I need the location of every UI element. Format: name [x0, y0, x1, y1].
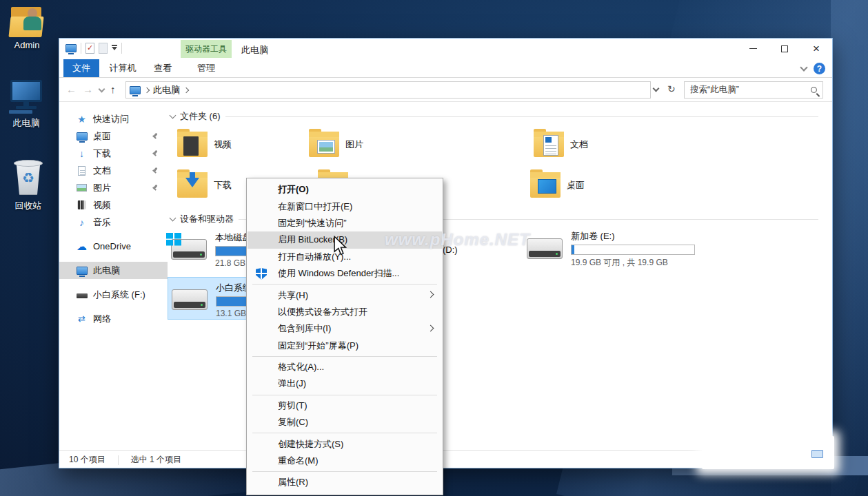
sidebar-item-network[interactable]: 网络: [59, 310, 168, 327]
back-button[interactable]: [66, 84, 77, 94]
sidebar-item-videos[interactable]: 视频: [59, 196, 168, 214]
close-button[interactable]: [800, 39, 832, 59]
sidebar-item-quick-access[interactable]: 快速访问: [59, 110, 168, 127]
minimize-button[interactable]: [737, 39, 769, 59]
sidebar-item-pictures[interactable]: 图片: [59, 179, 168, 196]
this-pc-icon[interactable]: [65, 44, 77, 52]
group-title: 文件夹 (6): [180, 110, 221, 123]
tab-computer[interactable]: 计算机: [102, 59, 143, 77]
new-folder-shortcut-icon[interactable]: [99, 43, 108, 54]
wallpaper-beam: [831, 0, 868, 496]
menu-item-cut[interactable]: 剪切(T): [248, 397, 442, 414]
recent-locations-chevron-icon[interactable]: [99, 86, 105, 93]
sidebar-item-drive-f[interactable]: 小白系统 (F:): [59, 286, 168, 303]
menu-item-label: 包含到库中(I): [278, 322, 331, 335]
help-icon[interactable]: [814, 63, 825, 74]
expand-ribbon-chevron-icon[interactable]: [800, 63, 807, 71]
desktop-icon-label: 回收站: [15, 200, 42, 212]
properties-shortcut-icon[interactable]: [85, 43, 94, 54]
folder-label: 文档: [570, 138, 588, 151]
menu-item-copy[interactable]: 复制(C): [248, 414, 442, 431]
minimize-icon: [749, 48, 757, 49]
tab-manage[interactable]: 管理: [181, 59, 232, 77]
menu-item-open[interactable]: 打开(O): [248, 181, 442, 198]
desktop-icon-this-pc[interactable]: 此电脑: [3, 80, 49, 130]
toolbar-divider: [121, 43, 122, 54]
selected-count: 选中 1 个项目: [131, 454, 181, 466]
watermark: www.pHome.NET: [385, 230, 530, 249]
folder-tile-pictures[interactable]: 图片: [309, 132, 363, 157]
tab-view[interactable]: 查看: [146, 59, 179, 77]
menu-item-rename[interactable]: 重命名(M): [248, 453, 442, 469]
menu-separator: [252, 284, 437, 285]
menu-item-pin-to-start[interactable]: 固定到“开始”屏幕(P): [248, 338, 442, 354]
items-count: 10 个项目: [69, 454, 105, 466]
menu-item-include-in-library[interactable]: 包含到库中(I): [248, 320, 442, 337]
menu-item-open-portable-device[interactable]: 以便携式设备方式打开: [248, 304, 442, 320]
monitor-icon: [77, 132, 88, 141]
menu-item-share[interactable]: 共享(H): [248, 287, 442, 303]
status-divider: [118, 455, 119, 465]
sidebar-item-label: 桌面: [93, 130, 111, 143]
sidebar-item-onedrive[interactable]: OneDrive: [59, 238, 168, 255]
desktop-icon-recycle-bin[interactable]: 回收站: [6, 157, 51, 212]
drive-label: 新加卷 (E:): [571, 230, 695, 242]
breadcrumb-chevron-icon[interactable]: [183, 87, 189, 92]
hard-drive-icon: [172, 289, 208, 310]
sidebar-item-this-pc[interactable]: 此电脑: [59, 262, 168, 279]
sidebar-item-label: 此电脑: [93, 265, 120, 277]
menu-item-eject[interactable]: 弹出(J): [248, 375, 442, 392]
menu-item-create-shortcut[interactable]: 创建快捷方式(S): [248, 435, 442, 452]
menu-separator: [252, 433, 437, 433]
navigation-bar: 此电脑 搜索“此电脑”: [59, 78, 832, 102]
menu-item-label: 使用 Windows Defender扫描...: [278, 267, 399, 280]
address-dropdown-chevron-icon[interactable]: [653, 85, 660, 92]
sidebar-item-music[interactable]: 音乐: [59, 214, 168, 231]
documents-folder-icon: [534, 132, 564, 157]
collapse-chevron-icon[interactable]: [170, 214, 176, 221]
folder-tile-documents[interactable]: 文档: [534, 132, 588, 157]
menu-separator: [252, 471, 437, 472]
sidebar-item-desktop[interactable]: 桌面: [59, 127, 168, 145]
breadcrumb[interactable]: 此电脑: [153, 84, 180, 96]
maximize-button[interactable]: [769, 39, 800, 59]
sidebar-item-label: 网络: [93, 313, 111, 325]
tab-file[interactable]: 文件: [63, 59, 99, 77]
folder-tile-desktop[interactable]: 桌面: [530, 172, 585, 198]
navigation-pane: 快速访问 桌面 下载 文档: [59, 102, 168, 450]
desktop-icon-admin[interactable]: Admin: [4, 6, 50, 50]
up-button[interactable]: [110, 84, 116, 94]
breadcrumb-chevron-icon[interactable]: [144, 87, 150, 92]
contextual-tab-drive-tools[interactable]: 驱动器工具: [181, 40, 232, 58]
this-pc-icon: [130, 86, 141, 94]
group-title: 设备和驱动器: [180, 213, 234, 225]
context-menu: 打开(O) 在新窗口中打开(E) 固定到“快速访问” 启用 BitLocker(…: [246, 178, 443, 495]
menu-item-open-new-window[interactable]: 在新窗口中打开(E): [248, 198, 442, 214]
address-bar[interactable]: 此电脑: [125, 81, 651, 99]
sidebar-item-label: 音乐: [93, 216, 111, 229]
drive-tile-e[interactable]: 新加卷 (E:) 19.9 GB 可用 , 共 19.9 GB: [527, 229, 695, 269]
menu-item-defender-scan[interactable]: 使用 Windows Defender扫描...: [248, 265, 442, 282]
menu-item-properties[interactable]: 属性(R): [248, 474, 442, 490]
sidebar-item-label: 视频: [93, 199, 111, 211]
folder-tile-downloads[interactable]: 下载: [177, 172, 232, 198]
window-title: 此电脑: [241, 44, 268, 56]
menu-item-pin-quick-access[interactable]: 固定到“快速访问”: [248, 215, 442, 231]
refresh-icon[interactable]: [667, 83, 676, 94]
folder-tile-videos[interactable]: 视频: [177, 132, 232, 157]
search-input[interactable]: 搜索“此电脑”: [684, 81, 823, 99]
blurred-overlay: [702, 436, 834, 469]
forward-button[interactable]: [83, 84, 93, 94]
collapse-chevron-icon[interactable]: [170, 112, 176, 118]
sidebar-item-documents[interactable]: 文档: [59, 162, 168, 179]
customize-toolbar-chevron-icon[interactable]: [112, 47, 117, 50]
window-controls: [737, 39, 832, 59]
pin-icon: [152, 167, 158, 173]
menu-separator: [252, 356, 437, 357]
sidebar-item-label: 快速访问: [93, 113, 129, 125]
folder-label: 视频: [214, 138, 232, 151]
menu-item-format[interactable]: 格式化(A)...: [248, 359, 442, 375]
music-icon: [76, 217, 88, 228]
sidebar-item-downloads[interactable]: 下载: [59, 145, 168, 162]
group-header-folders[interactable]: 文件夹 (6): [170, 110, 818, 123]
